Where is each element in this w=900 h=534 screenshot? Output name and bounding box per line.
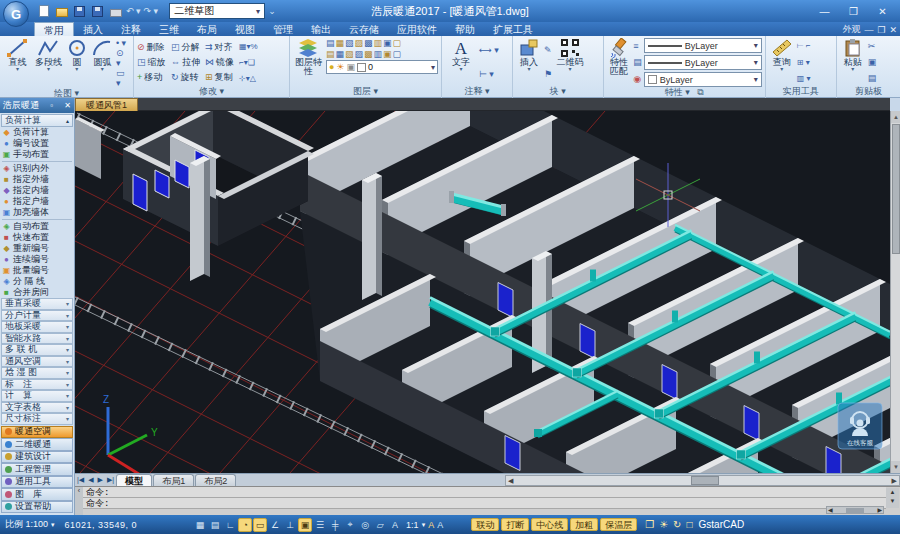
ribbon-tab-输出[interactable]: 输出 bbox=[302, 22, 340, 36]
fillet-icon[interactable]: ⌐▾❏ bbox=[239, 58, 258, 67]
fullscreen-icon[interactable]: □ bbox=[687, 519, 693, 530]
command-input-line[interactable]: 命令: bbox=[83, 498, 886, 509]
layer-tool-icon[interactable]: ▦ bbox=[335, 49, 344, 59]
file-tab[interactable]: 暖通风管1 bbox=[75, 98, 138, 111]
ribbon-tab-常用[interactable]: 常用 bbox=[34, 22, 74, 36]
first-tab-icon[interactable]: |◀ bbox=[75, 476, 86, 484]
properties-icons-column[interactable]: ≡ ▤ ◉ bbox=[633, 38, 642, 87]
circle-button[interactable]: 圆▾ bbox=[65, 38, 89, 88]
ribbon-tab-扩展工具[interactable]: 扩展工具 bbox=[484, 22, 542, 36]
group-label-annotate[interactable]: 注释 ▾ bbox=[442, 86, 512, 98]
block-tools-column[interactable]: ✎ ⚑ bbox=[544, 38, 552, 86]
layer-tool-icon[interactable]: ▥ bbox=[374, 38, 383, 48]
draw-flyout-column[interactable]: • ▾ ⊙ ▾ ▭ ▾ bbox=[116, 38, 130, 88]
modify-button-8[interactable]: ↻旋转 bbox=[171, 71, 203, 84]
print-icon[interactable] bbox=[108, 4, 123, 19]
customize-qat-icon[interactable]: ⌄ bbox=[268, 6, 276, 16]
array-icon[interactable]: ▦▾% bbox=[239, 42, 258, 51]
donut-icon[interactable]: ⊙ ▾ bbox=[116, 48, 130, 68]
annotation-visibility-icon[interactable]: A bbox=[428, 520, 434, 530]
layer-properties-button[interactable]: 图层特性 bbox=[293, 38, 324, 86]
annotate-tools-column[interactable]: ⟷ ▾ ⊢ ▾ bbox=[479, 38, 499, 86]
dynamic-input-icon[interactable]: ⌖ bbox=[343, 518, 357, 532]
pin-icon[interactable]: ▫ bbox=[50, 101, 53, 110]
command-scroll-spinner[interactable]: ▲▼ bbox=[886, 488, 899, 508]
sidebar-module-通用工具[interactable]: 通用工具 bbox=[1, 476, 73, 489]
annotation-scale-control[interactable]: 1:1 ▾ A A bbox=[406, 520, 443, 530]
ribbon-tab-布局[interactable]: 布局 bbox=[188, 22, 226, 36]
workspace-icon[interactable]: ▱ bbox=[373, 518, 387, 532]
workspace-combo[interactable]: 二维草图 ▾ bbox=[169, 3, 265, 19]
close-button[interactable]: ✕ bbox=[869, 3, 896, 19]
trim-icon[interactable]: ⊹▾△ bbox=[239, 74, 258, 83]
text-button[interactable]: A 文字▾ bbox=[445, 38, 477, 86]
doc-restore-button[interactable]: ❐ bbox=[877, 25, 885, 35]
angle-snap-icon[interactable]: ∠ bbox=[268, 518, 282, 532]
sidebar-group-尺寸标注[interactable]: 尺寸标注▾ bbox=[1, 413, 73, 425]
cut-icon[interactable]: ✂ bbox=[868, 41, 877, 51]
sync-icon[interactable]: ↻ bbox=[673, 519, 681, 530]
scroll-right-arrow[interactable]: ▶ bbox=[892, 476, 897, 485]
group-label-clipboard[interactable]: 剪贴板 bbox=[837, 86, 900, 98]
distance-icon[interactable]: ⟝ ⌐ bbox=[797, 41, 811, 51]
leader-icon[interactable]: ⊢ ▾ bbox=[479, 69, 499, 79]
group-label-layer[interactable]: 图层 ▾ bbox=[290, 86, 441, 98]
layer-tool-icon[interactable]: ▤ bbox=[326, 49, 335, 59]
layer-tool-icon[interactable]: ▥ bbox=[374, 49, 383, 59]
palette-title-bar[interactable]: 浩辰暖通 ▫ ✕ bbox=[0, 98, 74, 113]
cad-viewport[interactable]: Z Y X 在线客服 bbox=[75, 111, 890, 473]
sidebar-module-暖通空调[interactable]: 暖通空调 bbox=[1, 426, 73, 439]
match-properties-button[interactable]: 特性匹配 bbox=[607, 38, 631, 87]
annotation-autoscale-icon[interactable]: A bbox=[437, 520, 443, 530]
modify-button-3[interactable]: ⇉对齐 bbox=[205, 41, 237, 54]
modify-button-7[interactable]: +移动 bbox=[137, 71, 169, 84]
xline-icon[interactable]: ╪ bbox=[328, 518, 342, 532]
modify-extra-column[interactable]: ▦▾% ⌐▾❏ ⊹▾△ bbox=[239, 38, 258, 86]
copy-base-icon[interactable]: ▤ bbox=[868, 73, 877, 83]
open-file-icon[interactable] bbox=[54, 4, 69, 19]
layer-tool-icon[interactable]: ▧ bbox=[345, 38, 354, 48]
lineweight-icon[interactable]: ☰ bbox=[313, 518, 327, 532]
layer-tool-icon[interactable]: ▤ bbox=[326, 38, 335, 48]
edit-block-icon[interactable]: ✎ bbox=[544, 45, 552, 55]
minimize-button[interactable]: — bbox=[811, 3, 838, 19]
ortho-icon[interactable]: ∟ bbox=[223, 518, 237, 532]
drawing-area[interactable]: 暖通风管1 bbox=[75, 98, 890, 473]
modify-button-5[interactable]: ⇔拉伸 bbox=[171, 56, 203, 69]
layer-tool-icon[interactable]: ▣ bbox=[383, 38, 392, 48]
clean-screen-icon[interactable]: ❐ bbox=[645, 519, 654, 530]
modify-button-9[interactable]: ⊞复制 bbox=[205, 71, 237, 84]
vertical-scrollbar[interactable]: ▲ ▼ bbox=[890, 111, 900, 473]
sidebar-item-加亮墙体[interactable]: ▣加亮墙体 bbox=[0, 207, 74, 218]
id-point-icon[interactable]: ▥ ▾ bbox=[797, 74, 811, 83]
save-icon[interactable] bbox=[72, 4, 87, 19]
prev-tab-icon[interactable]: ◀ bbox=[86, 476, 95, 484]
copy-clip-icon[interactable]: ▣ bbox=[868, 57, 877, 67]
ribbon-tab-视图[interactable]: 视图 bbox=[226, 22, 264, 36]
snap-3d-icon[interactable]: ▣ bbox=[298, 518, 312, 532]
sidebar-item-手动布置[interactable]: ▣手动布置 bbox=[0, 149, 74, 160]
redo-icon[interactable]: ↷ ▾ bbox=[144, 6, 159, 16]
vertical-scroll-thumb[interactable] bbox=[892, 124, 900, 254]
point-icon[interactable]: • ▾ bbox=[116, 38, 130, 48]
bulb-icon[interactable]: ☀ bbox=[659, 519, 668, 530]
maximize-button[interactable]: ❐ bbox=[840, 3, 867, 19]
app-logo-icon[interactable]: G bbox=[3, 1, 29, 27]
calculator-icon[interactable]: ⊞ ▾ bbox=[797, 58, 811, 67]
command-window-rail[interactable]: ‹ bbox=[75, 487, 83, 516]
next-tab-icon[interactable]: ▶ bbox=[96, 476, 105, 484]
sidebar-module-二维暖通[interactable]: 二维暖通 bbox=[1, 438, 73, 451]
toggle-加粗[interactable]: 加粗 bbox=[570, 518, 598, 531]
dimension-icon[interactable]: ⟷ ▾ bbox=[479, 45, 499, 55]
scroll-up-arrow[interactable]: ▲ bbox=[891, 111, 900, 123]
layer-tool-icon[interactable]: ▩ bbox=[364, 49, 373, 59]
perpendicular-snap-icon[interactable]: ⊥ bbox=[283, 518, 297, 532]
rectangle-icon[interactable]: ▭ ▾ bbox=[116, 68, 130, 88]
color-combo[interactable]: ByLayer▾ bbox=[644, 72, 762, 87]
new-file-icon[interactable] bbox=[36, 4, 51, 19]
grid-display-icon[interactable]: ▤ bbox=[208, 518, 222, 532]
lineweight-combo[interactable]: ByLayer▾ bbox=[644, 38, 762, 53]
tab-model[interactable]: 模型 bbox=[116, 474, 152, 486]
layer-tool-icon[interactable]: ▣ bbox=[383, 49, 392, 59]
clipboard-icons-column[interactable]: ✂ ▣ ▤ bbox=[868, 38, 877, 86]
